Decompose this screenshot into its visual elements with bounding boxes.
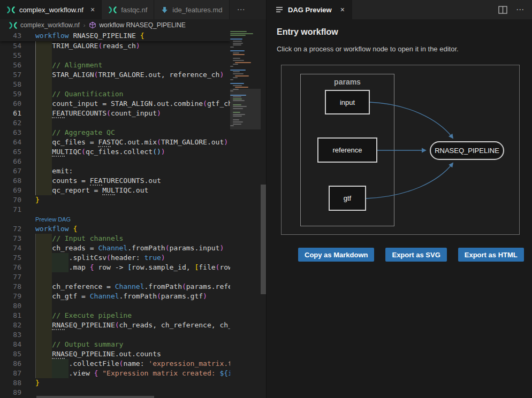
panel-heading: Entry workflow bbox=[277, 27, 338, 37]
line-number: 69 bbox=[0, 186, 21, 195]
dag-node-gtf[interactable]: gtf bbox=[329, 186, 366, 211]
line-number: 74 bbox=[0, 243, 21, 253]
dag-node-label: RNASEQ_PIPELINE bbox=[435, 147, 499, 155]
line-number: 65 bbox=[0, 147, 21, 157]
tab-label: fastqc.nf bbox=[121, 6, 147, 14]
close-icon[interactable]: × bbox=[90, 5, 95, 14]
export-as-html-button[interactable]: Export as HTML bbox=[458, 248, 524, 262]
code-line: 64 qc_files = FASTQC.out.mix(TRIM_GALORE… bbox=[0, 137, 230, 147]
breadcrumb[interactable]: complex_workflow.nf › workflow RNASEQ_PI… bbox=[0, 19, 266, 31]
dag-container: params input reference g bbox=[281, 65, 520, 235]
line-number: 43 bbox=[0, 31, 21, 41]
list-icon bbox=[276, 6, 284, 13]
line-number: 71 bbox=[0, 205, 21, 215]
dag-node-label: reference bbox=[333, 146, 362, 154]
minimap-slider[interactable] bbox=[230, 89, 261, 129]
code-line: 60 count_input = STAR_ALIGN.out.combine(… bbox=[0, 99, 230, 109]
code-line: 81 // Execute pipeline bbox=[0, 311, 230, 320]
code-line: 85 RNASEQ_PIPELINE.out.counts bbox=[0, 349, 230, 359]
codelens-preview-dag[interactable]: Preview DAG bbox=[0, 215, 230, 224]
line-number: 56 bbox=[0, 60, 21, 70]
vertical-scrollbar[interactable] bbox=[261, 185, 266, 294]
code-line: 68 counts = FEATURECOUNTS.out bbox=[0, 176, 230, 186]
code-line: 83 bbox=[0, 330, 230, 340]
tab-overflow-icon[interactable]: ⋯ bbox=[230, 0, 253, 19]
line-number: 89 bbox=[0, 388, 21, 397]
dag-node-label: input bbox=[340, 98, 355, 106]
line-number: 87 bbox=[0, 369, 21, 378]
line-number: 68 bbox=[0, 176, 21, 186]
tab-dag-preview[interactable]: DAG Preview × bbox=[267, 0, 352, 19]
line-number: 84 bbox=[0, 340, 21, 349]
copy-as-markdown-button[interactable]: Copy as Markdown bbox=[298, 248, 374, 262]
close-icon[interactable]: × bbox=[340, 5, 345, 14]
nextflow-file-icon bbox=[6, 6, 16, 14]
code-line: 72workflow { bbox=[0, 224, 230, 234]
tab-label: complex_workflow.nf bbox=[19, 6, 83, 14]
tab-fastqc-nf[interactable]: fastqc.nf bbox=[102, 0, 154, 19]
code-line: 61 FEATURECOUNTS(count_input) bbox=[0, 109, 230, 118]
line-number: 60 bbox=[0, 99, 21, 109]
line-number: 73 bbox=[0, 234, 21, 243]
code-line: 66 bbox=[0, 157, 230, 166]
code-line: 79 ch_gtf = Channel.fromPath(params.gtf) bbox=[0, 292, 230, 301]
code-line: 86 .collectFile(name: 'expression_matrix… bbox=[0, 359, 230, 369]
line-number: 62 bbox=[0, 118, 21, 128]
split-editor-icon[interactable] bbox=[498, 6, 507, 14]
line-number: 66 bbox=[0, 157, 21, 166]
line-number: 80 bbox=[0, 301, 21, 311]
dag-cluster-label: params bbox=[301, 78, 394, 86]
line-number: 58 bbox=[0, 80, 21, 89]
tab-ide-features-md[interactable]: ide_features.md bbox=[154, 0, 229, 19]
line-number: 82 bbox=[0, 320, 21, 330]
line-number: 54 bbox=[0, 41, 21, 51]
line-number: 88 bbox=[0, 378, 21, 388]
breadcrumb-file[interactable]: complex_workflow.nf bbox=[20, 21, 80, 29]
code-line: 58 bbox=[0, 80, 230, 89]
export-as-svg-button[interactable]: Export as SVG bbox=[385, 248, 446, 262]
line-number: 79 bbox=[0, 292, 21, 301]
code-line: 84 // Output summary bbox=[0, 340, 230, 349]
line-number: 78 bbox=[0, 282, 21, 292]
code-line: 74 ch_reads = Channel.fromPath(params.in… bbox=[0, 243, 230, 253]
code-editor[interactable]: 43workflow RNASEQ_PIPELINE { 54 TRIM_GAL… bbox=[0, 31, 266, 398]
code-line: 75 .splitCsv(header: true) bbox=[0, 253, 230, 263]
code-line: 76 .map { row -> [row.sample_id, [file(r… bbox=[0, 263, 230, 272]
nextflow-file-icon bbox=[108, 6, 117, 14]
code-line: 62 bbox=[0, 118, 230, 128]
line-number: 67 bbox=[0, 166, 21, 176]
code-line: 77 bbox=[0, 272, 230, 282]
editor-tabbar: complex_workflow.nf×fastqc.nfide_feature… bbox=[0, 0, 266, 19]
code-line: 69 qc_report = MULTIQC.out bbox=[0, 186, 230, 195]
tab-label: DAG Preview bbox=[288, 6, 332, 14]
code-line: 71 bbox=[0, 205, 230, 215]
tab-complex-workflow-nf[interactable]: complex_workflow.nf× bbox=[0, 0, 102, 19]
dag-node-input[interactable]: input bbox=[325, 90, 370, 114]
code-line: 70} bbox=[0, 195, 230, 205]
line-number: 70 bbox=[0, 195, 21, 205]
vscode-window: complex_workflow.nf×fastqc.nfide_feature… bbox=[0, 0, 532, 398]
panel-hint: Click on a process or workflow node to o… bbox=[277, 45, 459, 53]
code-line: 43workflow RNASEQ_PIPELINE { bbox=[0, 31, 230, 41]
code-line: 54 TRIM_GALORE(reads_ch) bbox=[0, 41, 230, 51]
minimap[interactable] bbox=[230, 31, 261, 398]
dag-node-label: gtf bbox=[344, 194, 351, 202]
export-buttons: Copy as Markdown Export as SVG Export as… bbox=[298, 248, 524, 262]
line-number: 81 bbox=[0, 311, 21, 320]
code-line: 59 // Quantification bbox=[0, 89, 230, 99]
line-number: 63 bbox=[0, 128, 21, 137]
breadcrumb-symbol[interactable]: workflow RNASEQ_PIPELINE bbox=[99, 21, 185, 29]
code-line: 78 ch_reference = Channel.fromPath(param… bbox=[0, 282, 230, 292]
code-line: 88} bbox=[0, 378, 230, 388]
sticky-scroll-line[interactable]: 43workflow RNASEQ_PIPELINE { bbox=[0, 31, 230, 41]
more-actions-icon[interactable]: ⋯ bbox=[516, 5, 525, 14]
markdown-down-arrow-icon bbox=[161, 6, 169, 14]
dag-node-rnaseq-pipeline[interactable]: RNASEQ_PIPELINE bbox=[430, 141, 504, 160]
code-line: 67 emit: bbox=[0, 166, 230, 176]
code-line: 55 bbox=[0, 51, 230, 60]
tab-label: ide_features.md bbox=[172, 6, 222, 14]
dag-node-reference[interactable]: reference bbox=[317, 137, 377, 163]
line-number: 57 bbox=[0, 70, 21, 80]
line-number: 85 bbox=[0, 349, 21, 359]
horizontal-scrollbar[interactable] bbox=[36, 396, 154, 398]
